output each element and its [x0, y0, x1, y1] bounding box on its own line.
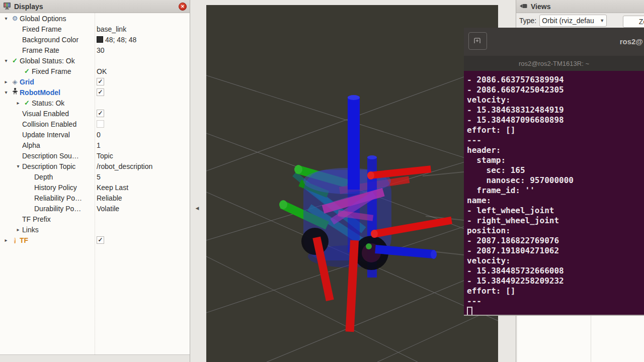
display-property-row[interactable]: Frame Rate30	[0, 45, 190, 55]
display-property-row[interactable]: ▸✓Status: Ok	[0, 98, 190, 108]
displays-panel-bottom	[0, 354, 190, 362]
enabled-checkbox[interactable]	[97, 120, 104, 128]
display-property-row[interactable]: Durability Po…Volatile	[0, 203, 190, 214]
enabled-checkbox[interactable]: ✓	[97, 78, 104, 85]
check-icon: ✓	[22, 98, 32, 108]
check-icon: ✓	[10, 56, 20, 65]
display-property-row[interactable]: Collision Enabled	[0, 119, 190, 129]
value-text: 5	[97, 173, 101, 181]
property-name: Fixed Frame	[22, 25, 62, 33]
property-name: Description Topic	[22, 162, 75, 170]
value-text: Keep Last	[97, 184, 128, 192]
display-property-row[interactable]: TF Prefix	[0, 214, 190, 224]
splitter-collapse-arrow-icon[interactable]: ◀	[194, 204, 200, 212]
property-value[interactable]: OK	[97, 66, 107, 76]
property-value[interactable]: Volatile	[97, 203, 119, 214]
terminal-output[interactable]: - 2086.6637576389994 - 2086.668742504230…	[464, 71, 644, 316]
value-text: base_link	[97, 25, 126, 33]
displays-titlebar[interactable]: Displays ✕	[0, 0, 190, 13]
close-icon[interactable]: ✕	[179, 3, 187, 11]
display-property-row[interactable]: ▾Description Topic/robot_description	[0, 161, 190, 171]
displays-icon	[3, 2, 11, 11]
property-value[interactable]: 0	[97, 129, 101, 140]
display-property-row[interactable]: Visual Enabled✓	[0, 108, 190, 119]
display-property-row[interactable]: ▸!TF✓	[0, 235, 190, 245]
property-value[interactable]: Topic	[97, 150, 113, 161]
property-name: Update Interval	[22, 131, 70, 139]
property-value[interactable]: Keep Last	[97, 182, 128, 193]
terminal-window: ros2@ ros2@ros2-TM1613R: ~ - 2086.663757…	[464, 28, 644, 316]
expander-arrow-icon[interactable]: ▾	[2, 16, 10, 21]
property-name: Frame Rate	[22, 46, 59, 54]
property-name: Global Options	[20, 15, 66, 23]
display-property-row[interactable]: Update Interval0	[0, 129, 190, 140]
display-property-row[interactable]: ▾RobotModel✓	[0, 87, 190, 98]
property-name: Links	[22, 226, 39, 234]
property-name: Global Status: Ok	[20, 57, 75, 65]
expander-arrow-icon[interactable]: ▾	[14, 163, 22, 169]
display-property-row[interactable]: History PolicyKeep Last	[0, 182, 190, 193]
property-value[interactable]: ✓	[97, 76, 104, 87]
terminal-titlebar[interactable]: ros2@	[464, 28, 644, 56]
display-property-row[interactable]: Background Color48; 48; 48	[0, 34, 190, 45]
display-property-row[interactable]: Reliability Po…Reliable	[0, 193, 190, 203]
robot-icon	[10, 87, 20, 97]
property-name: Collision Enabled	[22, 120, 76, 128]
display-property-row[interactable]: ▾⚙Global Options	[0, 13, 190, 24]
property-value[interactable]: 5	[97, 171, 101, 182]
display-property-row[interactable]: ▸◈Grid✓	[0, 76, 190, 87]
displays-panel-title: Displays	[14, 3, 43, 11]
new-tab-button[interactable]	[468, 32, 487, 50]
value-text: 1	[97, 141, 101, 149]
property-name: History Policy	[34, 184, 77, 192]
expander-arrow-icon[interactable]: ▸	[2, 237, 10, 243]
property-name: TF Prefix	[22, 215, 51, 223]
terminal-text: - 2086.6637576389994 - 2086.668742504230…	[467, 75, 644, 306]
view-type-dropdown[interactable]: Orbit (rviz_defau ▼	[539, 15, 607, 27]
expander-arrow-icon[interactable]: ▸	[14, 100, 22, 106]
property-value[interactable]: ✓	[97, 108, 104, 119]
property-name: Background Color	[22, 36, 78, 44]
3d-viewport[interactable]	[206, 5, 498, 362]
views-panel-title: Views	[531, 3, 550, 11]
property-value[interactable]: 48; 48; 48	[97, 34, 136, 45]
property-name: Durability Po…	[34, 205, 81, 213]
property-value[interactable]: ✓	[97, 235, 104, 245]
property-value[interactable]: base_link	[97, 24, 126, 34]
expander-arrow-icon[interactable]: ▾	[2, 89, 10, 95]
expander-arrow-icon[interactable]: ▾	[2, 58, 10, 63]
property-value[interactable]: /robot_description	[97, 161, 152, 171]
display-property-row[interactable]: Depth5	[0, 171, 190, 182]
value-text: 0	[97, 131, 101, 139]
property-name: Visual Enabled	[22, 110, 69, 118]
terminal-window-title: ros2@	[620, 28, 643, 56]
expander-arrow-icon[interactable]: ▸	[14, 227, 22, 232]
views-titlebar[interactable]: Views	[516, 0, 644, 13]
property-name: Grid	[20, 78, 34, 86]
expander-arrow-icon[interactable]: ▸	[2, 79, 10, 84]
value-text: Reliable	[97, 194, 122, 202]
display-property-row[interactable]: ▾✓Global Status: Ok	[0, 55, 190, 66]
property-value[interactable]: Reliable	[97, 193, 122, 203]
terminal-tab[interactable]: ros2@ros2-TM1613R: ~	[519, 60, 589, 67]
property-name: TF	[20, 236, 28, 244]
display-property-row[interactable]: Alpha1	[0, 140, 190, 150]
zero-button[interactable]: Ze	[623, 16, 644, 28]
property-value[interactable]	[97, 119, 104, 129]
enabled-checkbox[interactable]: ✓	[97, 110, 104, 117]
view-type-label: Type:	[519, 17, 536, 25]
value-text: Volatile	[97, 205, 119, 213]
enabled-checkbox[interactable]: ✓	[97, 236, 104, 244]
display-property-row[interactable]: ▸Links	[0, 224, 190, 235]
property-value[interactable]: 30	[97, 45, 105, 55]
displays-panel: Displays ✕ ▾⚙Global OptionsFixed Frameba…	[0, 0, 190, 362]
property-value[interactable]: ✓	[97, 87, 104, 98]
property-value[interactable]: 1	[97, 140, 101, 150]
chevron-down-icon: ▼	[600, 18, 604, 23]
value-text: 48; 48; 48	[105, 36, 136, 44]
display-property-row[interactable]: Fixed Framebase_link	[0, 24, 190, 34]
view-type-value: Orbit (rviz_defau	[542, 17, 598, 25]
enabled-checkbox[interactable]: ✓	[97, 88, 104, 96]
display-property-row[interactable]: Description Sou…Topic	[0, 150, 190, 161]
display-property-row[interactable]: ✓Fixed FrameOK	[0, 66, 190, 76]
